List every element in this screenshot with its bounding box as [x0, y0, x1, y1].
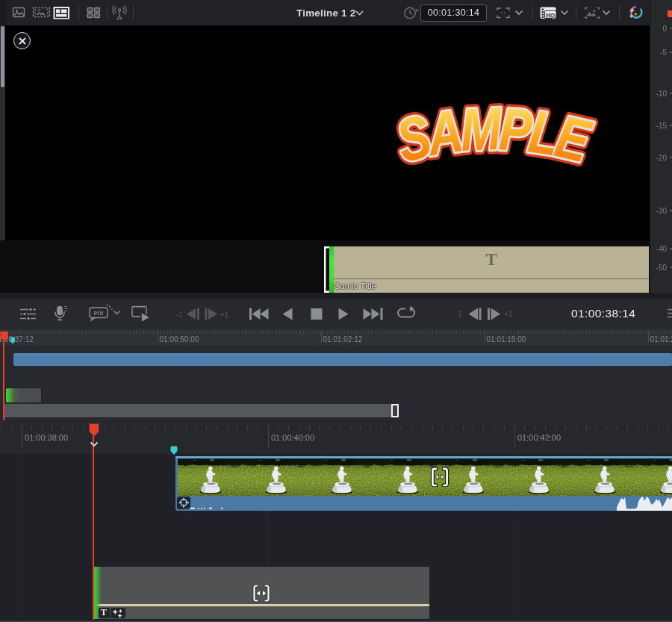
svg-text:POI: POI — [94, 310, 103, 317]
svg-text:+1: +1 — [220, 311, 229, 319]
svg-text:HQ: HQ — [546, 12, 555, 19]
svg-text:SAMPLE: SAMPLE — [394, 96, 597, 175]
svg-text:+1: +1 — [504, 310, 513, 318]
svg-text:-1: -1 — [176, 311, 183, 319]
svg-text:-1: -1 — [455, 310, 462, 318]
